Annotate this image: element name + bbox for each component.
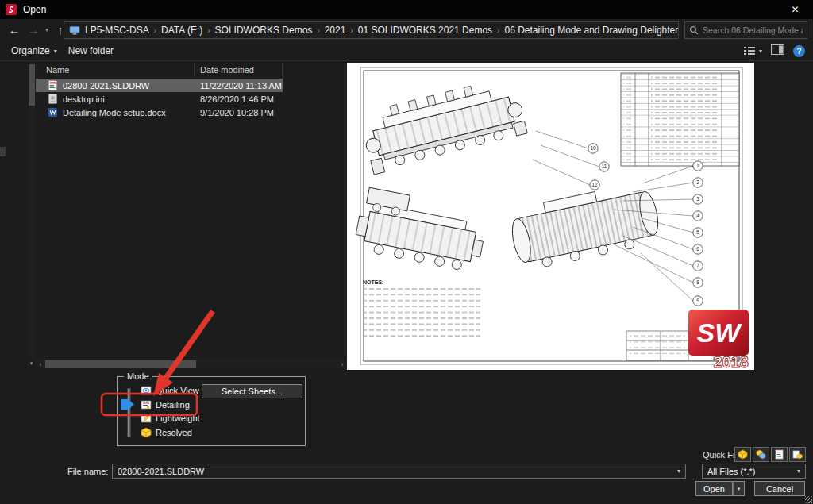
command-toolbar: Organize ▾ New folder ▾ ?	[0, 41, 813, 61]
mode-group-box: Mode Quick View Detailing	[117, 376, 306, 446]
mode-option-lightweight[interactable]: Lightweight	[141, 412, 200, 425]
detailing-icon	[141, 399, 152, 410]
quick-view-icon	[141, 385, 152, 396]
app-icon	[6, 4, 17, 15]
file-type-dropdown-icon[interactable]: ▾	[792, 467, 805, 475]
bom-table	[621, 73, 739, 166]
svg-text:11: 11	[602, 164, 607, 169]
ini-file-icon	[48, 94, 58, 104]
file-row[interactable]: desktop.ini 8/26/2020 1:46 PM	[36, 92, 347, 106]
file-row[interactable]: 02800-2021.SLDDRW 11/22/2020 11:13 AM	[36, 79, 347, 92]
open-dialog: Open ✕ ← → ▾ ↑ LP5-MSC-DSA › DATA (E:) ›…	[0, 0, 813, 504]
column-header-name[interactable]: Name	[46, 65, 69, 75]
assembly-view-right	[507, 180, 663, 273]
breadcrumb-item[interactable]: SOLIDWORKS Demos	[210, 25, 318, 36]
mode-slider-track[interactable]	[127, 388, 131, 437]
column-divider[interactable]	[194, 63, 195, 76]
file-list: Name Date modified 02800-2021.SLDDRW 11/…	[36, 62, 347, 360]
drawing-preview: 1 2 3 4 5 6 7 8 9 10 11 12 NOTES:	[347, 63, 754, 370]
file-name: 02800-2021.SLDDRW	[63, 81, 149, 90]
assembly-filter-icon	[756, 449, 766, 460]
svg-text:5: 5	[696, 229, 699, 235]
svg-text:3: 3	[696, 196, 699, 202]
scrollbar-right-icon[interactable]: ›	[337, 360, 347, 369]
svg-text:2018: 2018	[714, 353, 749, 370]
computer-icon	[69, 25, 80, 36]
back-button[interactable]: ←	[5, 20, 24, 40]
file-name-dropdown-icon[interactable]: ▾	[672, 467, 685, 475]
search-input[interactable]	[703, 25, 803, 35]
svg-text:7: 7	[696, 263, 699, 268]
breadcrumb-item[interactable]: DATA (E:)	[156, 25, 207, 36]
file-type-value: All Files (*.*)	[703, 467, 792, 476]
navigation-bar: ← → ▾ ↑ LP5-MSC-DSA › DATA (E:) › SOLIDW…	[0, 19, 813, 41]
file-date: 9/1/2020 10:28 PM	[200, 108, 274, 117]
filter-assemblies-button[interactable]	[753, 447, 769, 462]
column-header-date-modified[interactable]: Date modified	[200, 65, 254, 75]
search-icon	[689, 25, 699, 35]
close-button[interactable]: ✕	[777, 0, 813, 19]
filter-parts-button[interactable]	[734, 447, 751, 462]
search-box[interactable]	[684, 21, 807, 39]
filter-drawings-button[interactable]	[771, 447, 788, 462]
change-view-button[interactable]: ▾	[744, 46, 762, 56]
window-title: Open	[23, 4, 46, 15]
filter-top-level-button[interactable]	[789, 447, 806, 462]
svg-text:NOTES:: NOTES:	[363, 279, 383, 285]
resolved-icon	[141, 427, 152, 438]
preview-pane-icon	[771, 44, 784, 55]
file-name-input[interactable]	[113, 467, 672, 476]
file-date: 8/26/2020 1:46 PM	[200, 94, 274, 104]
svg-text:8: 8	[696, 279, 699, 285]
mode-group-label: Mode	[124, 371, 152, 381]
preview-pane-button[interactable]	[771, 44, 784, 58]
preview-pane: 1 2 3 4 5 6 7 8 9 10 11 12 NOTES:	[347, 63, 754, 370]
address-bar[interactable]: LP5-MSC-DSA › DATA (E:) › SOLIDWORKS Dem…	[64, 21, 679, 39]
file-name-label: File name:	[67, 467, 108, 476]
file-row[interactable]: Detailing Mode setup.docx 9/1/2020 10:28…	[36, 106, 347, 119]
notes-block: NOTES:	[363, 279, 480, 340]
list-view-icon	[744, 46, 755, 56]
resize-grip[interactable]	[805, 496, 812, 503]
scrollbar-thumb[interactable]	[45, 360, 196, 368]
part-filter-icon	[738, 449, 748, 460]
title-bar: Open ✕	[0, 0, 813, 19]
file-type-combobox[interactable]: All Files (*.*) ▾	[702, 464, 806, 479]
docx-file-icon	[48, 107, 58, 117]
breadcrumb-item[interactable]: LP5-MSC-DSA	[80, 25, 154, 36]
svg-text:SW: SW	[697, 317, 743, 348]
svg-text:4: 4	[696, 213, 699, 218]
scrollbar-left-icon[interactable]: ‹	[36, 360, 45, 369]
svg-text:2: 2	[696, 179, 699, 185]
breadcrumb-item[interactable]: 01 SOLIDWORKS 2021 Demos	[353, 25, 497, 36]
list-header: Name Date modified	[36, 62, 347, 78]
mode-option-resolved[interactable]: Resolved	[141, 426, 192, 439]
view-caret-icon: ▾	[759, 48, 762, 55]
mode-option-quick-view[interactable]: Quick View	[141, 384, 199, 397]
organize-button[interactable]: Organize ▾	[11, 45, 57, 56]
file-name-combobox[interactable]: ▾	[112, 464, 686, 479]
open-button[interactable]: Open	[695, 481, 733, 496]
cancel-button[interactable]: Cancel	[754, 481, 805, 496]
nav-pane-stub	[0, 147, 6, 156]
mode-slider-handle[interactable]	[121, 399, 134, 410]
left-vertical-scrollbar[interactable]	[29, 62, 35, 359]
organize-caret-icon: ▾	[54, 48, 57, 55]
list-horizontal-scrollbar[interactable]: ‹ ›	[36, 360, 347, 369]
breadcrumb-item[interactable]: 06 Detailing Mode and Drawing Delighters	[499, 25, 679, 36]
select-sheets-button[interactable]: Select Sheets...	[202, 384, 302, 398]
mode-option-detailing[interactable]: Detailing	[141, 398, 190, 411]
svg-text:12: 12	[591, 182, 598, 187]
scrollbar-thumb[interactable]	[29, 64, 35, 106]
forward-button[interactable]: →	[24, 20, 43, 40]
breadcrumb-item[interactable]: 2021	[320, 25, 351, 36]
lightweight-icon	[141, 413, 152, 424]
assembly-view-top	[358, 75, 529, 175]
top-level-filter-icon	[792, 449, 803, 460]
column-divider[interactable]	[282, 63, 283, 76]
new-folder-button[interactable]: New folder	[68, 45, 114, 56]
open-dropdown-icon[interactable]: ▾	[733, 481, 745, 496]
help-button[interactable]: ?	[793, 45, 805, 57]
slddrw-file-icon	[48, 80, 58, 90]
drawing-filter-icon	[774, 449, 784, 460]
